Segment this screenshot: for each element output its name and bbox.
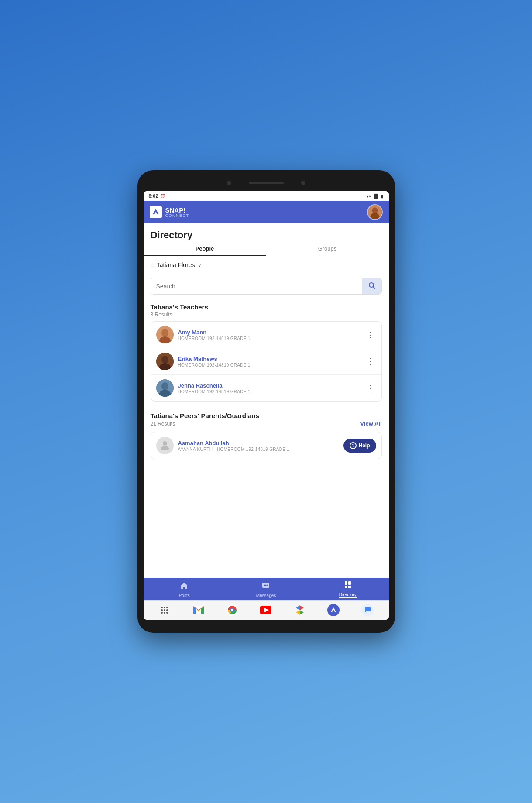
list-item[interactable]: Amy Mann HOMEROOM 192-14819 GRADE 1 ⋮ — [151, 322, 381, 348]
person-avatar-svg — [156, 379, 174, 397]
svg-rect-20 — [345, 581, 347, 585]
logo-icon — [150, 206, 162, 218]
person-name: Erika Mathews — [178, 356, 360, 362]
nav-label-messages: Messages — [256, 593, 276, 598]
youtube-icon-svg — [260, 606, 271, 614]
user-avatar-button[interactable] — [367, 204, 383, 220]
nav-label-posts: Posts — [179, 593, 190, 598]
snap-logo-svg — [151, 207, 161, 217]
teachers-count: 3 Results — [144, 312, 389, 321]
svg-point-25 — [164, 607, 165, 608]
svg-point-1 — [372, 207, 377, 213]
svg-point-9 — [161, 356, 168, 364]
status-icons: ▾▾ ▐▌ ▮ — [367, 194, 383, 199]
search-area — [144, 272, 389, 298]
app-name: SNAP! — [165, 207, 189, 213]
search-bar — [151, 278, 382, 295]
svg-line-4 — [373, 287, 375, 288]
app-subtitle: CONNECT — [165, 213, 189, 218]
svg-point-30 — [161, 612, 163, 614]
tab-people[interactable]: People — [144, 241, 266, 256]
svg-point-24 — [161, 607, 163, 608]
svg-point-32 — [166, 612, 168, 614]
logo-area: SNAP! CONNECT — [150, 206, 189, 218]
svg-point-27 — [161, 609, 163, 611]
nav-item-posts[interactable]: Posts — [144, 581, 225, 598]
person-info: Jenna Raschella HOMEROOM 192-14819 GRADE… — [178, 382, 360, 394]
svg-point-6 — [161, 329, 168, 337]
search-button[interactable] — [362, 278, 381, 294]
list-item[interactable]: Jenna Raschella HOMEROOM 192-14819 GRADE… — [151, 375, 381, 401]
nav-item-messages[interactable]: Messages — [225, 581, 307, 598]
app-grid-button[interactable] — [158, 604, 171, 616]
svg-rect-21 — [348, 581, 351, 585]
battery-icon: ▮ — [381, 194, 384, 199]
directory-icon-svg — [343, 580, 352, 589]
help-button[interactable]: ? Help — [343, 439, 376, 453]
person-name: Asmahan Abdullah — [178, 440, 340, 446]
list-item[interactable]: Asmahan Abdullah Ayanna Kurth - HOMEROOM… — [151, 432, 381, 459]
speaker — [249, 182, 284, 184]
status-time: 8:02 ⏰ — [149, 193, 165, 199]
view-all-button[interactable]: View All — [360, 420, 381, 427]
filter-row[interactable]: ≡ Tatiana Flores ∨ — [144, 256, 389, 272]
nav-item-directory[interactable]: Directory — [307, 580, 388, 598]
person-detail: HOMEROOM 192-14819 GRADE 1 — [178, 389, 360, 394]
gmail-icon-svg — [193, 606, 204, 614]
avatar — [156, 353, 174, 370]
messages-icon — [261, 581, 270, 592]
search-input[interactable] — [151, 279, 362, 294]
bottom-nav: Posts Messages — [144, 578, 389, 600]
chat-app-icon[interactable] — [361, 604, 374, 616]
device-top — [144, 176, 389, 189]
page-title-area: Directory — [144, 223, 389, 241]
app-header: SNAP! CONNECT — [144, 201, 389, 223]
avatar — [368, 205, 382, 219]
tab-groups[interactable]: Groups — [266, 241, 389, 256]
svg-rect-23 — [348, 586, 351, 588]
guardians-section-header: Tatiana's Peers' Parents/Guardians — [144, 407, 389, 419]
search-icon-svg — [368, 282, 375, 289]
person-avatar-svg — [156, 353, 174, 370]
posts-icon-svg — [180, 581, 189, 590]
tabs: People Groups — [144, 241, 389, 256]
page-title: Directory — [151, 230, 382, 241]
svg-point-17 — [264, 584, 265, 586]
person-info: Amy Mann HOMEROOM 192-14819 GRADE 1 — [178, 329, 360, 341]
sensor — [301, 181, 305, 185]
svg-point-19 — [267, 584, 268, 586]
person-name: Amy Mann — [178, 329, 360, 336]
placeholder-icon-svg — [160, 440, 170, 450]
gmail-app-icon[interactable] — [192, 604, 205, 616]
device-frame: 8:02 ⏰ ▾▾ ▐▌ ▮ SNAP! CONNECT — [137, 170, 395, 633]
svg-point-31 — [164, 612, 165, 614]
grid-icon — [160, 605, 169, 615]
svg-point-29 — [166, 609, 168, 611]
youtube-app-icon[interactable] — [260, 604, 272, 616]
status-bar: 8:02 ⏰ ▾▾ ▐▌ ▮ — [144, 191, 389, 201]
svg-point-37 — [231, 609, 233, 611]
person-avatar-svg — [156, 326, 174, 343]
avatar — [156, 379, 174, 397]
filter-label: Tatiana Flores — [157, 261, 195, 268]
more-options-button[interactable]: ⋮ — [365, 330, 376, 340]
front-camera — [227, 181, 231, 185]
chrome-app-icon[interactable] — [226, 604, 238, 616]
guardians-section-title: Tatiana's Peers' Parents/Guardians — [151, 412, 259, 419]
guardians-card: Asmahan Abdullah Ayanna Kurth - HOMEROOM… — [151, 432, 382, 459]
svg-point-18 — [265, 584, 267, 586]
svg-point-15 — [161, 446, 169, 450]
person-name: Jenna Raschella — [178, 382, 360, 389]
help-icon: ? — [350, 442, 357, 449]
more-options-button[interactable]: ⋮ — [365, 383, 376, 393]
svg-point-14 — [163, 441, 167, 446]
person-info: Erika Mathews HOMEROOM 192-14819 GRADE 1 — [178, 356, 360, 367]
main-content: Directory People Groups ≡ Tatiana Flores… — [144, 223, 389, 578]
logo-text: SNAP! CONNECT — [165, 207, 189, 218]
more-options-button[interactable]: ⋮ — [365, 357, 376, 366]
snap-connect-app-icon[interactable] — [327, 604, 340, 616]
photos-app-icon[interactable] — [294, 604, 306, 616]
guardians-count: 21 Results — [151, 421, 175, 427]
list-item[interactable]: Erika Mathews HOMEROOM 192-14819 GRADE 1… — [151, 348, 381, 375]
wifi-icon: ▾▾ — [367, 194, 371, 199]
